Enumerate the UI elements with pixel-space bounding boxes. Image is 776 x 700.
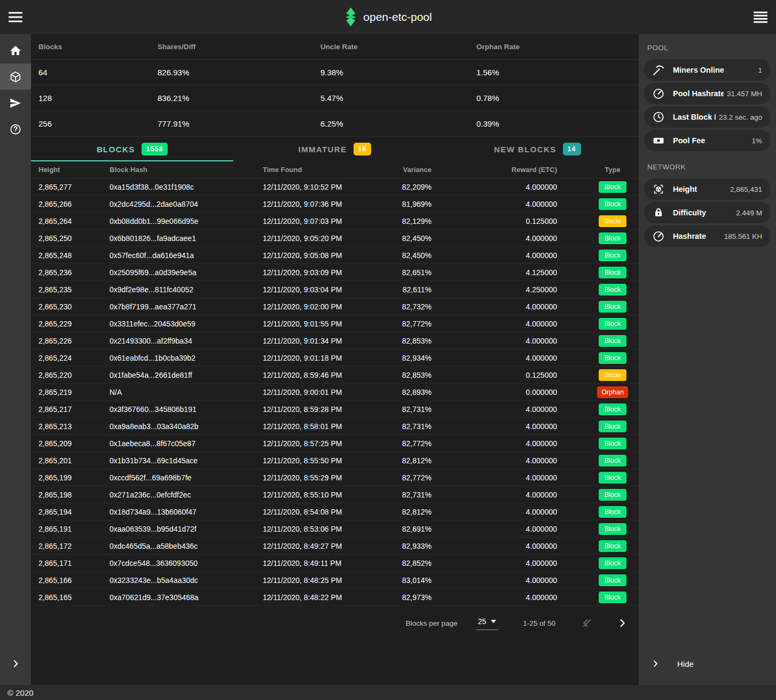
block-height: 2,865,191: [31, 525, 102, 533]
cube-scan-icon: [652, 183, 665, 196]
brand: open-etc-pool: [344, 6, 432, 28]
block-hash-link[interactable]: 0x1fabe54a...2661de81ff: [102, 371, 255, 379]
block-type-cell: Block: [586, 523, 639, 535]
block-variance: 82,731%: [383, 491, 437, 499]
block-hash-link[interactable]: 0x7b8f7199...aea377a271: [102, 302, 255, 311]
stats-sidebar: POOL Miners Online1Pool Hashrate31.457 M…: [639, 34, 776, 685]
stat-value: 1: [755, 66, 771, 74]
block-variance: 82,450%: [383, 234, 437, 243]
block-type-cell: Block: [586, 232, 639, 244]
block-height: 2,865,171: [31, 559, 102, 567]
block-type-cell: Block: [586, 540, 639, 552]
stat-pill-pool-fee: Pool Fee1%: [644, 130, 771, 151]
block-hash-link[interactable]: 0xaa063539...b95d41d72f: [102, 525, 255, 533]
sidebar-item-cube[interactable]: [0, 64, 31, 90]
block-hash-link[interactable]: 0x3311efec...20453d0e59: [102, 320, 255, 328]
block-type-cell: Orphan: [586, 386, 639, 398]
block-row: 2,865,1660x3233243e...b5a4aa30dc12/11/20…: [31, 572, 639, 589]
block-height: 2,865,250: [31, 234, 102, 243]
block-hash-link[interactable]: 0xccdf562f...69a698b7fe: [102, 473, 255, 482]
stat-pill-hashrate: Hashrate185.561 KH: [644, 225, 771, 247]
type-badge: Block: [599, 232, 626, 244]
block-hash-link[interactable]: 0x6b801826...fa9adcaee1: [102, 234, 255, 243]
hide-sidebar-button[interactable]: Hide: [639, 651, 776, 676]
etc-logo-icon: [344, 6, 357, 28]
sidebar-item-help[interactable]: [0, 116, 31, 142]
block-variance: 82,651%: [383, 268, 437, 277]
cube-icon: [9, 71, 22, 83]
block-type-cell: Block: [586, 267, 639, 278]
expand-nav-button[interactable]: [0, 651, 31, 676]
block-time: 12/11/2020, 8:55:10 PM: [255, 491, 383, 499]
left-nav-rail: [0, 34, 31, 685]
pagination: Blocks per page 25 1-25 of 50: [31, 610, 639, 636]
type-badge: Orphan: [597, 386, 628, 398]
stats-cell: 128: [31, 94, 150, 103]
block-time: 12/11/2020, 8:48:22 PM: [255, 593, 383, 602]
block-height: 2,865,172: [31, 542, 102, 550]
block-hash-link[interactable]: 0xb08dd0b1...99e066d95e: [102, 217, 255, 225]
block-variance: 81,969%: [383, 200, 437, 208]
block-hash-link[interactable]: 0x61eabfcd...1b0cba39b2: [102, 354, 255, 362]
sidebar-item-home[interactable]: [0, 37, 31, 64]
sidebar-item-send[interactable]: [0, 90, 31, 116]
block-time: 12/11/2020, 9:03:04 PM: [255, 285, 383, 294]
type-badge: Block: [599, 438, 626, 449]
block-row: 2,865,2170x3f367660...345806b19112/11/20…: [31, 401, 639, 418]
stat-pill-last-block-fo: Last Block Fo…23.2 sec. ago: [644, 106, 771, 128]
main-content: BlocksShares/DiffUncle RateOrphan Rate 6…: [31, 34, 639, 685]
block-height: 2,865,229: [31, 320, 102, 328]
per-page-value: 25: [478, 617, 487, 626]
block-hash-link[interactable]: 0x18d734a9...13b6060f47: [102, 508, 255, 516]
block-variance: 82,893%: [383, 388, 437, 396]
block-variance: 82,772%: [383, 320, 437, 328]
block-hash-link[interactable]: 0x2dc4295d...2dae0a8704: [102, 200, 255, 208]
type-badge: Uncle: [599, 215, 626, 227]
block-height: 2,865,277: [31, 183, 102, 191]
block-hash-link[interactable]: 0x25095f69...a0d39e9e5a: [102, 268, 255, 277]
block-hash-link[interactable]: 0x7cdce548...3636093050: [102, 559, 255, 567]
block-hash-link[interactable]: 0xa15d3f38...0e31f1908c: [102, 183, 255, 191]
block-time: 12/11/2020, 9:02:00 PM: [255, 302, 383, 311]
block-hash-link[interactable]: 0xa9a8eab3...03a340a82b: [102, 422, 255, 431]
block-type-cell: Block: [586, 421, 639, 432]
block-variance: 82,812%: [383, 456, 437, 465]
block-time: 12/11/2020, 8:57:25 PM: [255, 439, 383, 448]
type-badge: Block: [599, 574, 626, 586]
block-hash-link[interactable]: 0x3f367660...345806b191: [102, 405, 255, 414]
block-time: 12/11/2020, 9:01:55 PM: [255, 320, 383, 328]
block-height: 2,865,217: [31, 405, 102, 414]
type-badge: Block: [599, 489, 626, 501]
pickaxe-icon: [652, 64, 665, 76]
block-reward: 4.000000: [437, 473, 586, 482]
send-icon: [9, 97, 22, 110]
stats-column-header: Blocks: [31, 43, 150, 51]
tab-new-blocks[interactable]: NEW BLOCKS14: [436, 137, 639, 161]
stats-cell: 836.21%: [150, 94, 313, 103]
right-menu-icon[interactable]: [754, 12, 767, 23]
block-hash-link[interactable]: 0x271a236c...0efcfdf2ec: [102, 491, 255, 499]
tab-blocks[interactable]: BLOCKS1558: [31, 137, 233, 161]
next-page-button[interactable]: [616, 617, 628, 629]
block-hash-link[interactable]: 0x1aebeca8...8f67c05e87: [102, 439, 255, 448]
block-type-cell: Block: [586, 455, 639, 466]
stat-label: Difficulty: [673, 208, 733, 217]
stat-value: 1%: [748, 137, 771, 145]
block-hash-link[interactable]: 0x9df2e98e...811fc40052: [102, 285, 255, 294]
tab-immature[interactable]: IMMATURE16: [233, 137, 436, 161]
block-time: 12/11/2020, 9:05:20 PM: [255, 234, 383, 243]
block-hash-link[interactable]: 0x21493300...af2ff9ba34: [102, 337, 255, 345]
type-badge: Block: [599, 284, 626, 295]
block-hash-link[interactable]: 0x1b31b734...69c1d45ace: [102, 456, 255, 465]
block-hash-link[interactable]: 0x57fec60f...da616e941a: [102, 251, 255, 260]
menu-icon[interactable]: [9, 12, 22, 22]
block-row: 2,865,2360x25095f69...a0d39e9e5a12/11/20…: [31, 264, 639, 281]
banknote-icon: [652, 134, 665, 147]
block-hash-link[interactable]: 0x3233243e...b5a4aa30dc: [102, 576, 255, 585]
block-hash-link[interactable]: 0xa70621d9...37e305468a: [102, 593, 255, 602]
block-variance: 82,772%: [383, 473, 437, 482]
block-type-cell: Block: [586, 557, 639, 569]
prev-page-button[interactable]: [580, 617, 592, 629]
block-hash-link[interactable]: 0xdc465d5a...a58beb436c: [102, 542, 255, 550]
per-page-select[interactable]: 25: [476, 616, 499, 630]
